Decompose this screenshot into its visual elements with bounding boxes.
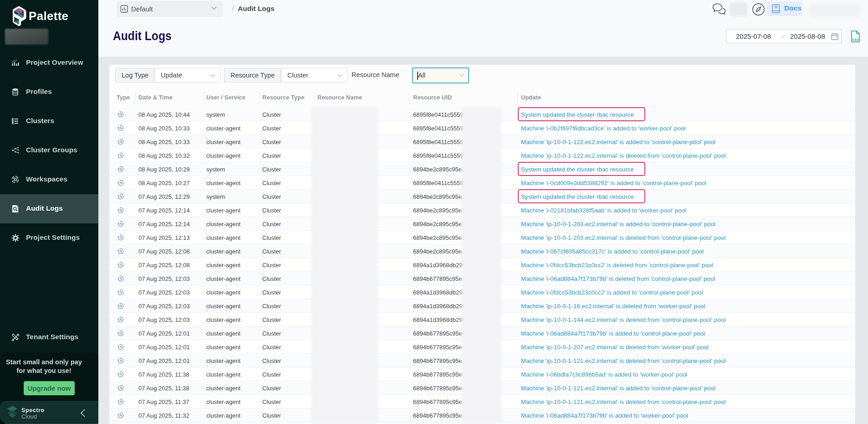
svg-text:CSV: CSV <box>853 38 859 41</box>
